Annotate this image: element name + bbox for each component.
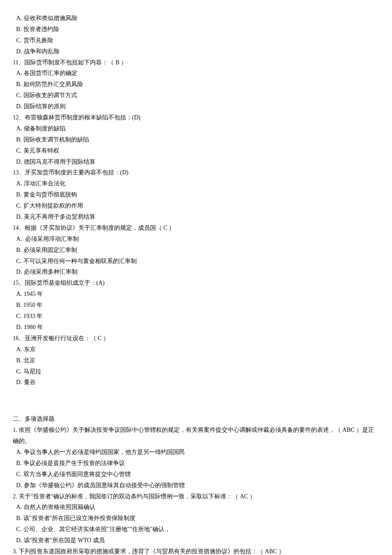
option-text: 浮动汇率合法化	[24, 180, 66, 187]
option-letter: C.	[16, 469, 22, 480]
question-stem: 16、亚洲开发银行行址设在：（ C ）	[13, 333, 379, 344]
option-letter: D.	[16, 211, 22, 223]
question-stem: 13、牙买加货币制度的主要内容不包括：(D)	[13, 167, 379, 178]
option-letter: C.	[16, 524, 22, 535]
question-stem: 14、根据《牙买加协议》关于汇率制度的规定，成员国（ C ）	[13, 223, 379, 234]
option-letter: B.	[16, 245, 22, 256]
option-item: A.争议当事人的一方必须是缔约国国家，他方是另一缔约国国民	[13, 447, 379, 458]
option-item: D.参加《华盛顿公约》的成员国意味其自动接受中心的强制管辖	[13, 480, 379, 491]
option-letter: D.	[16, 322, 22, 333]
option-text: 该"投资者"所在国是 WTO 成员	[24, 537, 105, 543]
option-text: 争议当事人的一方必须是缔约国国家，他方是另一缔约国国民	[24, 449, 185, 455]
option-letter: C.	[16, 90, 22, 101]
option-item: A.征收和类似措施风险	[13, 13, 379, 24]
option-item: B.必须采用固定汇率制	[13, 245, 379, 256]
option-letter: A.	[16, 234, 22, 245]
option-item: B.北京	[13, 355, 379, 366]
option-text: 美元不再用于多边贸易结算	[24, 214, 95, 220]
option-item: D.战争和内乱险	[13, 46, 379, 57]
option-letter: C.	[16, 256, 22, 267]
option-item: C.国际收支的调节方式	[13, 90, 379, 101]
option-text: 东京	[24, 346, 36, 353]
option-letter: C.	[16, 200, 22, 211]
option-letter: A.	[16, 123, 22, 134]
option-text: 国际收支调节机制的缺陷	[23, 136, 89, 143]
option-letter: B.	[16, 513, 22, 524]
option-letter: C.	[16, 366, 22, 377]
section-title: 二、多项选择题	[13, 413, 379, 425]
option-item: A.1945 年	[13, 289, 379, 300]
option-text: 曼谷	[24, 379, 36, 385]
option-item: B.黄金与货币彻底脱钩	[13, 189, 379, 200]
option-item: C.不可以采用任何一种与黄金相联系的汇率制	[13, 256, 379, 267]
option-letter: D.	[16, 535, 22, 546]
option-item: D.1980 年	[13, 322, 379, 333]
option-text: 不可以采用任何一种与黄金相联系的汇率制	[23, 258, 137, 264]
option-letter: B.	[16, 79, 22, 90]
option-item: B.投资者违约险	[13, 24, 379, 35]
option-text: 征收和类似措施风险	[24, 15, 78, 21]
option-item: C.扩大特别提款权的作用	[13, 200, 379, 211]
option-text: 投资者违约险	[23, 26, 59, 32]
question-stem: 2. 关于"投资者"确认的标准，我国签订的双边条约与国际惯例一致，采取以下标准：…	[13, 491, 379, 502]
option-item: A.各国货币汇率的确定	[13, 68, 379, 79]
option-text: 国际收支的调节方式	[23, 92, 77, 98]
option-text: 必须采用固定汇率制	[23, 247, 77, 253]
option-letter: A.	[16, 68, 22, 79]
option-item: C.马尼拉	[13, 366, 379, 377]
option-text: 必须采用多种汇率制	[24, 269, 78, 275]
option-item: B.争议必须是直接产生于投资的法律争议	[13, 458, 379, 469]
option-letter: D.	[16, 156, 22, 168]
question-stem: 12、布雷顿森林货币制度的根本缺陷不包括：(D)	[13, 112, 379, 123]
option-letter: B.	[16, 189, 22, 200]
option-letter: A.	[16, 344, 22, 355]
option-letter: A.	[16, 502, 22, 513]
option-letter: A.	[16, 178, 22, 189]
option-item: B.如何防范外汇交易风险	[13, 79, 379, 90]
option-item: D.国际结算的原则	[13, 101, 379, 112]
option-letter: D.	[16, 101, 22, 112]
option-item: B.1950 年	[13, 300, 379, 311]
option-text: 战争和内乱险	[24, 48, 60, 55]
option-letter: B.	[16, 355, 22, 366]
option-item: C.美元享有特权	[13, 145, 379, 156]
option-text: 争议必须是直接产生于投资的法律争议	[23, 460, 125, 466]
option-letter: D.	[16, 46, 22, 57]
option-text: 1945 年	[24, 291, 43, 297]
option-item: B.国际收支调节机制的缺陷	[13, 134, 379, 145]
option-text: 如何防范外汇交易风险	[23, 81, 83, 87]
option-letter: D.	[16, 266, 22, 278]
option-item: A. 必须采用浮动汇率制	[13, 234, 379, 245]
option-item: A.储备制度的缺陷	[13, 123, 379, 134]
option-letter: D.	[16, 377, 22, 388]
option-letter: C.	[16, 311, 22, 322]
option-item: B.该"投资者"所在国已设立海外投资保险制度	[13, 513, 379, 524]
option-text: 1950 年	[23, 302, 43, 308]
option-text: 货币兑换险	[23, 37, 53, 43]
option-text: 储备制度的缺陷	[24, 125, 66, 132]
option-text: 该"投资者"所在国已设立海外投资保险制度	[23, 515, 135, 521]
option-letter: C.	[16, 35, 22, 46]
question-stem: 15、国际货币基金组织成立于：(A)	[13, 278, 379, 289]
option-text: 公司、企业、其它经济实体依照"注册地""住所地"确认，	[23, 526, 170, 532]
option-letter: B.	[16, 458, 22, 469]
question-stem: 3. 下列投资东道国政府所采取的措施或要求，违背了《与贸易有关的投资措施协议》的…	[13, 546, 379, 555]
option-item: C.公司、企业、其它经济实体依照"注册地""住所地"确认，	[13, 524, 379, 535]
option-letter: D.	[16, 480, 22, 491]
option-item: D.必须采用多种汇率制	[13, 266, 379, 278]
option-item: C.货币兑换险	[13, 35, 379, 46]
option-text: 自然人的资格依照国籍确认	[24, 504, 95, 510]
option-letter: A.	[16, 447, 22, 458]
option-letter: B.	[16, 134, 22, 145]
option-text: 1980 年	[24, 324, 43, 330]
option-item: D.该"投资者"所在国是 WTO 成员	[13, 535, 379, 546]
option-letter: C.	[16, 145, 22, 156]
option-text: 德国马克不得用于国际结算	[24, 159, 95, 165]
option-text: 参加《华盛顿公约》的成员国意味其自动接受中心的强制管辖	[24, 482, 185, 489]
option-text: 国际结算的原则	[24, 103, 66, 110]
option-text: 北京	[23, 357, 35, 364]
option-text: 马尼拉	[23, 368, 41, 375]
option-item: C.1933 年	[13, 311, 379, 322]
option-letter: A.	[16, 289, 22, 300]
option-item: A.浮动汇率合法化	[13, 178, 379, 189]
